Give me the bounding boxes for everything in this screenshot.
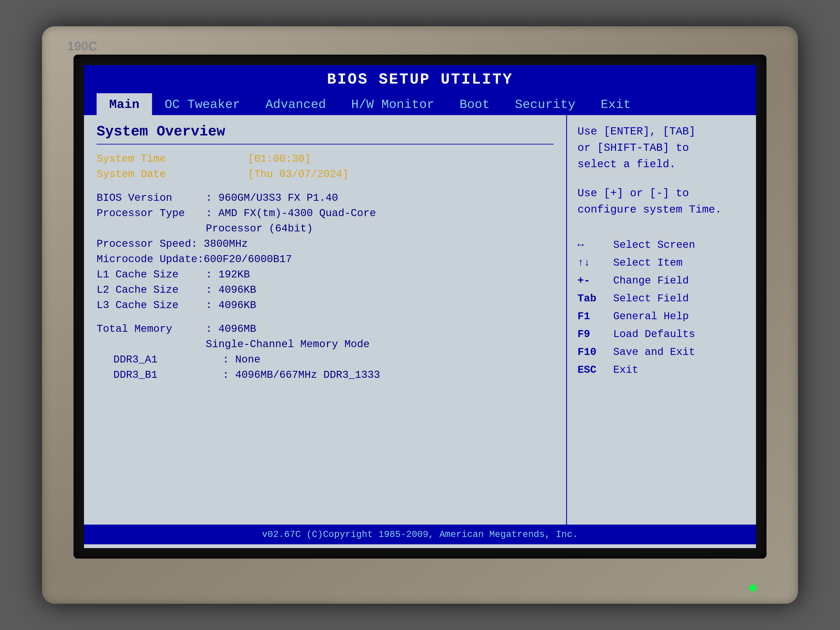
l1-cache-label: L1 Cache Size [96,268,206,281]
ddr3-a1-value: : None [223,354,261,366]
key-desc-change-field: Change Field [613,275,689,287]
bios-version-value: : 960GM/U3S3 FX P1.40 [206,192,338,204]
nav-item-security[interactable]: Security [502,93,588,116]
monitor: 190C BIOS SETUP UTILITY Main OC Tweaker … [42,26,798,604]
processor-type-label: Processor Type [96,207,206,219]
l1-cache-row: L1 Cache Size : 192KB [96,268,554,281]
l3-cache-row: L3 Cache Size : 4096KB [96,299,554,311]
key-desc-select-item: Select Item [613,257,682,269]
l2-cache-value: : 4096KB [206,284,256,296]
l3-cache-value: : 4096KB [206,299,256,311]
key-row-f1: F1 General Help [578,310,745,322]
nav-item-hw-monitor[interactable]: H/W Monitor [338,93,447,116]
key-sym-f10: F10 [578,346,607,358]
system-date-label: System Date [96,168,206,180]
power-led [750,585,756,591]
screen-bezel: BIOS SETUP UTILITY Main OC Tweaker Advan… [74,55,766,559]
l1-cache-value: : 192KB [206,268,250,281]
key-row-select-item: ↑↓ Select Item [578,257,745,269]
total-memory-label: Total Memory [96,323,206,335]
total-memory-value: : 4096MB [206,323,256,335]
ddr3-b1-value: : 4096MB/667MHz DDR3_1333 [223,369,380,381]
processor-speed-row: Processor Speed : 3800MHz [96,238,554,250]
system-time-row: System Time [01:00:30] [96,153,554,165]
help-text: Use [ENTER], [TAB] or [SHIFT-TAB] to sel… [578,123,745,218]
microcode-value: 600F20/6000B17 [204,253,292,265]
key-desc-select-screen: Select Screen [613,239,695,251]
bios-nav: Main OC Tweaker Advanced H/W Monitor Boo… [84,94,756,115]
key-row-select-field: Tab Select Field [578,292,745,305]
l2-cache-row: L2 Cache Size : 4096KB [96,284,554,296]
help-line6: configure system Time. [578,202,745,218]
bios-content: System Overview System Time [01:00:30] S… [84,115,756,524]
bios-version-row: BIOS Version : 960GM/U3S3 FX P1.40 [96,192,554,204]
ddr3-a1-label: DDR3_A1 [114,354,223,366]
key-sym-arrows: ↔ [578,239,607,251]
key-row-esc: ESC Exit [578,364,745,376]
bios-footer: v02.67C (C)Copyright 1985-2009, American… [84,524,756,544]
processor-speed-value: : 3800MHz [191,238,248,250]
help-line1: Use [ENTER], [TAB] [578,123,745,140]
key-row-change-field: +- Change Field [578,275,745,287]
processor-speed-label: Processor Speed [96,238,191,250]
key-table: ↔ Select Screen ↑↓ Select Item +- Change… [578,239,745,376]
system-date-value[interactable]: [Thu 03/07/2024] [248,168,349,180]
ddr3-a1-row: DDR3_A1 : None [96,354,554,366]
system-date-row: System Date [Thu 03/07/2024] [96,168,554,180]
system-time-label: System Time [96,153,206,165]
right-panel: Use [ENTER], [TAB] or [SHIFT-TAB] to sel… [567,115,756,524]
key-sym-f9: F9 [578,328,607,340]
nav-item-advanced[interactable]: Advanced [253,93,338,116]
bios-title: BIOS SETUP UTILITY [84,65,756,94]
key-row-f10: F10 Save and Exit [578,346,745,358]
help-line3: select a field. [578,156,745,173]
system-time-value[interactable]: [01:00:30] [248,153,311,165]
monitor-label: 190C [67,39,97,53]
l3-cache-label: L3 Cache Size [96,299,206,311]
monitor-bottom [750,585,756,591]
key-desc-general-help: General Help [613,310,689,322]
key-sym-f1: F1 [578,310,607,322]
total-memory-row: Total Memory : 4096MB [96,323,554,335]
nav-item-boot[interactable]: Boot [447,93,502,116]
key-desc-select-field: Select Field [613,292,689,305]
key-sym-plusminus: +- [578,275,607,287]
processor-type-value: : AMD FX(tm)-4300 Quad-Core [206,207,376,219]
key-desc-load-defaults: Load Defaults [613,328,695,340]
section-divider [96,144,554,144]
total-memory-mode: Single-Channel Memory Mode [96,338,554,350]
key-row-select-screen: ↔ Select Screen [578,239,745,251]
key-sym-tab: Tab [578,292,607,305]
nav-item-oc-tweaker[interactable]: OC Tweaker [152,93,253,116]
ddr3-b1-label: DDR3_B1 [114,369,223,381]
l2-cache-label: L2 Cache Size [96,284,206,296]
key-desc-save-exit: Save and Exit [613,346,695,358]
key-sym-esc: ESC [578,364,607,376]
section-title: System Overview [96,123,554,140]
processor-type-cont: Processor (64bit) [96,223,554,235]
nav-item-main[interactable]: Main [96,93,152,116]
bios-version-label: BIOS Version [96,192,206,204]
key-row-f9: F9 Load Defaults [578,328,745,340]
microcode-label: Microcode Update: [96,253,204,265]
key-sym-updown: ↑↓ [578,257,607,269]
help-line2: or [SHIFT-TAB] to [578,140,745,156]
screen: BIOS SETUP UTILITY Main OC Tweaker Advan… [84,65,756,548]
processor-type-row: Processor Type : AMD FX(tm)-4300 Quad-Co… [96,207,554,219]
ddr3-b1-row: DDR3_B1 : 4096MB/667MHz DDR3_1333 [96,369,554,381]
key-desc-exit: Exit [613,364,638,376]
left-panel: System Overview System Time [01:00:30] S… [84,115,567,524]
microcode-row: Microcode Update: 600F20/6000B17 [96,253,554,265]
nav-item-exit[interactable]: Exit [588,93,643,116]
help-line5: Use [+] or [-] to [578,185,745,202]
